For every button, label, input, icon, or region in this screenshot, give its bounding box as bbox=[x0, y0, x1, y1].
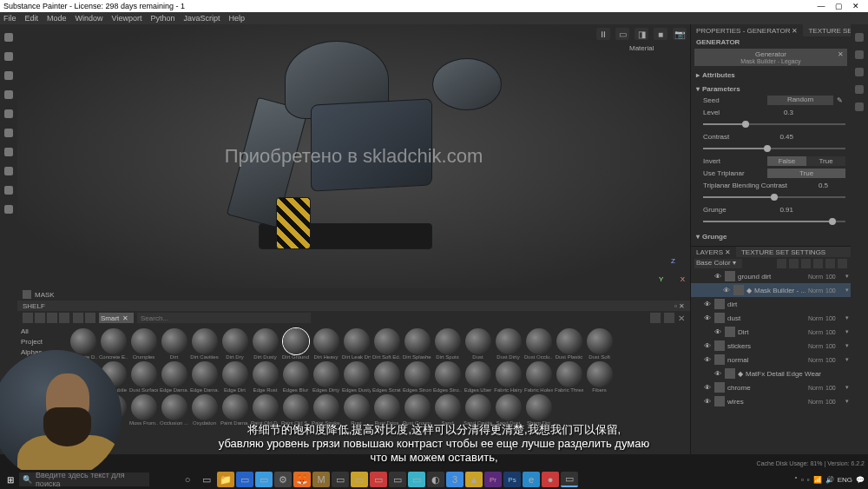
shelf-item[interactable]: Dirt bbox=[160, 328, 188, 360]
visibility-icon[interactable]: 👁 bbox=[703, 384, 712, 392]
shelf-view2-icon[interactable] bbox=[47, 313, 57, 323]
mask-swatch-icon[interactable] bbox=[23, 290, 31, 299]
fill-tool-icon[interactable] bbox=[4, 90, 13, 99]
tray-icon[interactable]: ▫ bbox=[801, 476, 804, 484]
shelf-item[interactable]: Dust Surface bbox=[129, 361, 158, 393]
section-attributes[interactable]: ▸ Attributes bbox=[696, 69, 845, 80]
blend-mode[interactable]: Norm bbox=[808, 329, 823, 335]
app-icon[interactable]: 3 bbox=[446, 472, 464, 487]
visibility-icon[interactable]: 👁 bbox=[713, 370, 722, 378]
section-grunge[interactable]: ▾ Grunge bbox=[696, 231, 845, 241]
close-icon[interactable]: ✕ bbox=[725, 248, 731, 256]
close-icon[interactable]: ✕ bbox=[792, 27, 798, 35]
screenshot-icon[interactable]: 📷 bbox=[673, 28, 687, 40]
app-icon[interactable]: ▭ bbox=[351, 472, 368, 487]
photoshop-icon[interactable]: Ps bbox=[503, 472, 521, 487]
tray-arrow-icon[interactable]: ˄ bbox=[794, 476, 798, 484]
picker-tool-icon[interactable] bbox=[4, 148, 13, 156]
shelf-item[interactable]: Crumples bbox=[129, 328, 158, 360]
shelf-close2-icon[interactable]: ✕ bbox=[678, 314, 685, 323]
pause-icon[interactable]: ⏸ bbox=[596, 28, 610, 40]
blend-mode[interactable]: Norm bbox=[808, 274, 823, 280]
layer-name[interactable]: ground dirt bbox=[738, 273, 806, 281]
param-grunge-value[interactable]: 0.91 bbox=[767, 206, 793, 214]
shelf-item[interactable]: Dust Plastic bbox=[555, 328, 583, 360]
contrast-slider[interactable] bbox=[703, 148, 845, 149]
panel-icon[interactable] bbox=[855, 33, 864, 42]
opacity-value[interactable]: 100 bbox=[825, 315, 843, 321]
visibility-icon[interactable]: 👁 bbox=[703, 314, 712, 322]
blend-mode[interactable]: Norm bbox=[808, 357, 823, 363]
app-icon[interactable]: ● bbox=[542, 472, 559, 487]
shelf-item[interactable]: Edge Rust bbox=[251, 361, 279, 393]
shelf-item[interactable]: Dirt Ground bbox=[281, 328, 310, 360]
panel-icon[interactable] bbox=[855, 85, 864, 94]
layer-thumb-icon[interactable] bbox=[714, 396, 725, 406]
grunge-slider[interactable] bbox=[703, 221, 845, 222]
clone-tool-icon[interactable] bbox=[4, 129, 13, 137]
shelf-item[interactable]: Dirt Cavities bbox=[190, 328, 219, 360]
camera-icon[interactable]: ◨ bbox=[635, 28, 648, 40]
visibility-icon[interactable]: 👁 bbox=[713, 328, 722, 336]
opacity-value[interactable]: 100 bbox=[825, 274, 843, 280]
taskview-icon[interactable]: ▭ bbox=[198, 472, 215, 487]
layer-thumb-icon[interactable] bbox=[714, 340, 725, 351]
level-slider[interactable] bbox=[703, 123, 845, 125]
opacity-value[interactable]: 100 bbox=[825, 399, 843, 405]
layer-row[interactable]: 👁chromeNorm100▾ bbox=[691, 380, 851, 394]
shelf-item[interactable]: Edges Stro... bbox=[433, 361, 462, 393]
app-icon[interactable]: ⚙ bbox=[274, 472, 292, 487]
shelf-item[interactable]: Sand bbox=[433, 394, 462, 426]
shelf-item[interactable]: Edge Dama... bbox=[190, 361, 219, 393]
layer-name[interactable]: wires bbox=[727, 398, 806, 406]
menu-mode[interactable]: Mode bbox=[47, 14, 67, 23]
shelf-import-icon[interactable] bbox=[23, 313, 33, 323]
layer-row[interactable]: 👁◆MatFx Detail Edge Wear bbox=[691, 367, 851, 380]
edit-icon[interactable]: ✎ bbox=[837, 96, 845, 104]
layer-name[interactable]: normal bbox=[727, 356, 806, 364]
param-triblend-value[interactable]: 0.5 bbox=[802, 182, 828, 189]
layer-name[interactable]: stickers bbox=[727, 342, 806, 350]
shelf-item[interactable]: Paint Old D... bbox=[251, 394, 279, 426]
random-button[interactable]: Random bbox=[767, 96, 833, 105]
layer-name[interactable]: chrome bbox=[727, 384, 806, 392]
layer-thumb-icon[interactable] bbox=[714, 354, 725, 365]
taskbar-search-input[interactable]: 🔍 Введите здесь текст для поиска bbox=[19, 472, 149, 486]
opacity-value[interactable]: 100 bbox=[825, 385, 843, 391]
tool-icon[interactable] bbox=[4, 186, 13, 195]
shelf-item[interactable]: Paint Strokes bbox=[312, 394, 340, 426]
panel-icon[interactable] bbox=[855, 102, 864, 111]
shelf-item[interactable]: Dirt Soft Ed... bbox=[372, 328, 401, 360]
shelf-list-icon[interactable] bbox=[664, 313, 674, 323]
tool-icon[interactable] bbox=[4, 205, 13, 214]
app-icon[interactable]: ▭ bbox=[389, 472, 406, 487]
minimize-button[interactable]: — bbox=[812, 2, 830, 10]
panel-icon[interactable] bbox=[855, 50, 864, 59]
layer-name[interactable]: Mask Builder - ... bbox=[754, 287, 806, 294]
param-level-value[interactable]: 0.3 bbox=[767, 109, 793, 116]
add-layer-icon[interactable] bbox=[801, 259, 811, 268]
visibility-icon[interactable]: 👁 bbox=[703, 342, 712, 350]
substance-icon[interactable]: ▭ bbox=[561, 472, 578, 487]
layer-thumb-icon[interactable] bbox=[714, 382, 725, 393]
eraser-tool-icon[interactable] bbox=[4, 52, 13, 61]
opacity-value[interactable]: 100 bbox=[825, 343, 843, 349]
blend-mode[interactable]: Norm bbox=[808, 315, 823, 321]
app-icon[interactable]: ▲ bbox=[465, 472, 483, 487]
render-icon[interactable]: ■ bbox=[654, 28, 667, 40]
edge-icon[interactable]: e bbox=[523, 472, 540, 487]
triblend-slider[interactable] bbox=[703, 196, 845, 198]
shelf-filter-icon[interactable] bbox=[73, 313, 83, 323]
blend-mode[interactable]: Norm bbox=[808, 343, 823, 349]
visibility-icon[interactable]: 👁 bbox=[703, 398, 712, 406]
tab-properties[interactable]: PROPERTIES - GENERATOR ✕ bbox=[691, 24, 803, 36]
close-icon[interactable]: ✕ bbox=[838, 50, 844, 58]
shelf-item[interactable]: Occlusion ... bbox=[160, 394, 188, 426]
shelf-item[interactable]: Fabric Hairy bbox=[494, 361, 523, 393]
blend-mode[interactable]: Norm bbox=[808, 287, 823, 294]
brush-tool-icon[interactable] bbox=[4, 33, 13, 42]
cat-project[interactable]: Project bbox=[19, 337, 63, 347]
menu-help[interactable]: Help bbox=[228, 14, 245, 23]
app-icon[interactable]: 📁 bbox=[217, 472, 234, 487]
triplanar-toggle[interactable]: FalseTrue bbox=[767, 169, 845, 178]
